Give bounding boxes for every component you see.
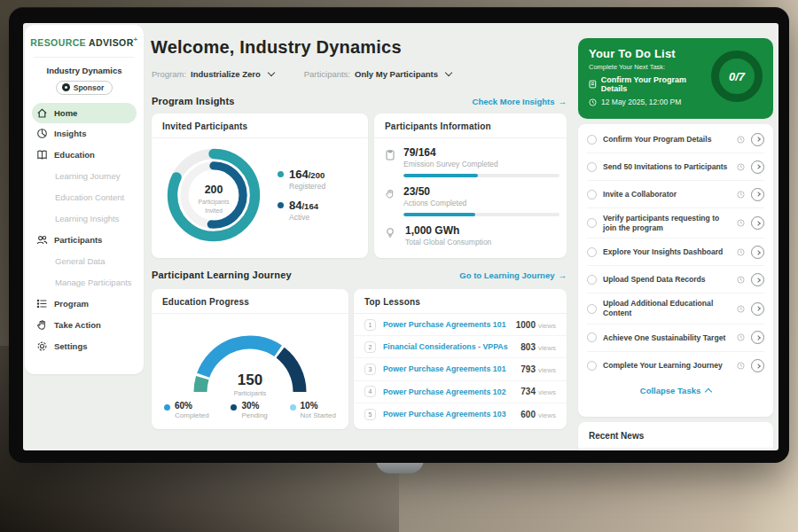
task-checkbox[interactable] (587, 162, 597, 172)
sidebar-item-program[interactable]: Program (25, 293, 144, 315)
program-insights-header: Program Insights Check More Insights→ (152, 96, 567, 106)
todo-task-row[interactable]: Explore Your Insights Dashboard (587, 239, 764, 266)
sidebar-item-manage-participants[interactable]: Manage Participants (25, 272, 144, 293)
arrow-right-icon: → (559, 97, 567, 106)
task-chevron-button[interactable] (751, 160, 764, 174)
actions-progress-track (403, 213, 559, 216)
task-checkbox[interactable] (587, 304, 597, 314)
sidebar-item-label: Program (54, 299, 89, 309)
sidebar-item-general-data[interactable]: General Data (25, 251, 144, 272)
todo-task-row[interactable]: Achieve One Sustainability Target (587, 325, 764, 352)
todo-title: Your To Do List (589, 47, 711, 60)
task-checkbox[interactable] (587, 361, 597, 371)
chevron-down-icon (267, 69, 274, 76)
task-chevron-button[interactable] (751, 133, 764, 146)
sidebar-item-label: Participants (54, 235, 102, 245)
completed-dot (164, 404, 170, 411)
settings-icon (36, 340, 48, 352)
survey-progress-fill (403, 174, 478, 177)
lesson-link[interactable]: Financial Considerations - VPPAs (383, 342, 520, 351)
lesson-views: 734 (520, 387, 536, 396)
sidebar-item-label: Education (54, 150, 95, 160)
lesson-row[interactable]: 5 Power Purchase Agreements 103 600views (354, 403, 567, 426)
sidebar: RESOURCE ADVISOR+ Industry Dynamics Spon… (25, 25, 144, 374)
invited-participants-body: 200 Participants Invited 164/200 Registe… (152, 138, 368, 250)
task-chevron-button[interactable] (751, 188, 764, 201)
sidebar-item-participants[interactable]: Participants (25, 230, 144, 251)
todo-task-row[interactable]: Upload Spend Data Records (587, 266, 764, 293)
clock-icon (737, 248, 745, 256)
bulb-icon (385, 224, 397, 246)
sidebar-item-education[interactable]: Education (25, 145, 144, 166)
task-chevron-button[interactable] (751, 331, 764, 344)
chevron-right-icon (755, 164, 761, 169)
home-icon (36, 107, 48, 119)
sidebar-item-education-content[interactable]: Education Content (25, 187, 144, 208)
check-more-insights-link[interactable]: Check More Insights→ (473, 97, 567, 106)
sponsor-icon (62, 83, 70, 91)
info-row-survey: 79/164 Emission Survey Completed (374, 138, 567, 177)
sidebar-item-learning-journey[interactable]: Learning Journey (25, 166, 144, 187)
registered-dot (278, 171, 284, 177)
task-checkbox[interactable] (587, 332, 597, 342)
todo-task-row[interactable]: Verify participants requesting to join t… (587, 208, 764, 239)
task-checkbox[interactable] (587, 135, 597, 145)
lesson-row[interactable]: 1 Power Purchase Agreements 101 1000view… (354, 314, 567, 336)
todo-task-row[interactable]: Confirm Your Program Details (587, 126, 764, 153)
todo-next-task[interactable]: Confirm Your Program Details (589, 75, 711, 93)
lesson-link[interactable]: Power Purchase Agreements 102 (383, 387, 520, 396)
task-checkbox[interactable] (587, 218, 597, 228)
sidebar-item-settings[interactable]: Settings (25, 336, 144, 357)
task-chevron-button[interactable] (751, 246, 764, 259)
lesson-row[interactable]: 3 Power Purchase Agreements 101 793views (354, 358, 567, 380)
lesson-link[interactable]: Power Purchase Agreements 101 (383, 320, 516, 329)
insights-icon (36, 128, 48, 139)
info-row-consumption: 1,000 GWh Total Global Consumption (374, 216, 567, 246)
take-action-icon (36, 319, 48, 331)
todo-task-row[interactable]: Invite a Collaborator (587, 181, 764, 208)
clock-icon (737, 276, 745, 284)
collapse-tasks-link[interactable]: Collapse Tasks (587, 379, 764, 399)
sidebar-item-take-action[interactable]: Take Action (25, 315, 144, 336)
todo-task-row[interactable]: Send 50 Invitations to Participants (587, 153, 764, 181)
chevron-right-icon (755, 192, 761, 197)
chevron-right-icon (755, 306, 761, 311)
sidebar-item-learning-insights[interactable]: Learning Insights (25, 208, 144, 230)
lesson-row[interactable]: 2 Financial Considerations - VPPAs 803vi… (354, 336, 567, 358)
lesson-link[interactable]: Power Purchase Agreements 101 (383, 364, 520, 373)
todo-task-row[interactable]: Upload Additional Educational Content (587, 293, 764, 324)
program-filter-label: Program: (152, 69, 186, 79)
task-chevron-button[interactable] (751, 302, 764, 316)
task-checkbox[interactable] (587, 247, 597, 257)
survey-progress-track (403, 174, 559, 177)
consumption-value: 1,000 GWh (405, 224, 491, 237)
participants-filter-label: Participants: (304, 69, 350, 79)
sponsor-badge[interactable]: Sponsor (56, 81, 113, 95)
task-checkbox[interactable] (587, 190, 597, 200)
task-chevron-button[interactable] (751, 216, 764, 230)
education-gauge-chart: 150 Participants (163, 314, 337, 403)
not-started-dot (290, 404, 296, 411)
program-filter[interactable]: Program: Industrialize Zero (152, 69, 274, 79)
todo-due-date: 12 May 2025, 12:00 PM (589, 98, 711, 106)
task-chevron-button[interactable] (751, 359, 764, 372)
info-row-actions: 23/50 Actions Completed (374, 177, 567, 216)
sidebar-item-label: Home (54, 108, 77, 118)
todo-task-row[interactable]: Complete Your Learning Journey (587, 352, 764, 379)
actions-value: 23/50 (403, 185, 559, 198)
sidebar-item-home[interactable]: Home (32, 103, 137, 123)
lesson-row[interactable]: 4 Power Purchase Agreements 102 734views (354, 381, 567, 403)
lesson-link[interactable]: Power Purchase Agreements 103 (383, 410, 520, 419)
task-chevron-button[interactable] (751, 273, 764, 286)
document-icon (589, 80, 597, 89)
legend-item-completed: 60%Completed (164, 401, 209, 419)
task-label: Upload Additional Educational Content (603, 299, 731, 317)
sidebar-item-insights[interactable]: Insights (25, 123, 144, 145)
clock-icon (737, 163, 745, 171)
education-icon (36, 149, 48, 160)
go-to-learning-journey-link[interactable]: Go to Learning Journey→ (459, 270, 567, 280)
task-checkbox[interactable] (587, 275, 597, 285)
participants-filter[interactable]: Participants: Only My Participants (304, 69, 451, 79)
app-logo: RESOURCE ADVISOR+ (25, 25, 144, 48)
account-name: Industry Dynamics (25, 66, 144, 75)
